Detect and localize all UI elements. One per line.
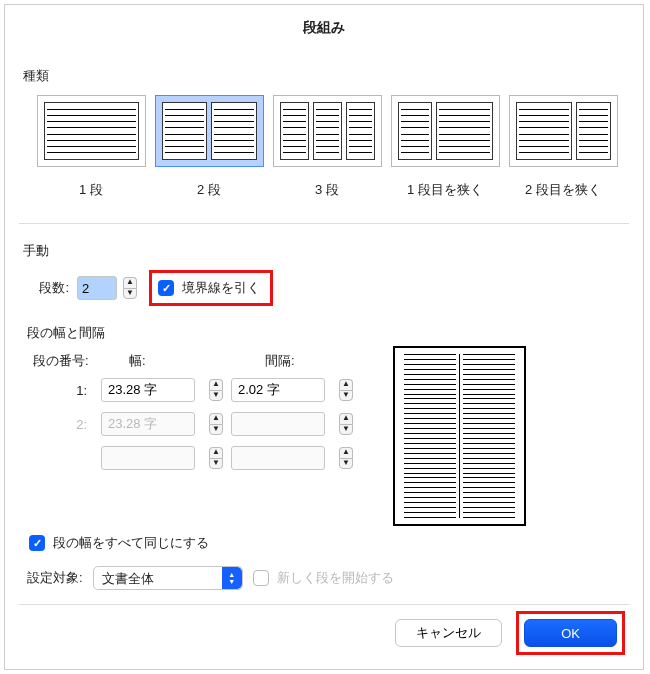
- equal-width-label: 段の幅をすべて同じにする: [53, 534, 209, 552]
- col-num-header: 段の番号:: [33, 352, 111, 370]
- width-spacing-table: 段の番号: 幅: 間隔: 1: ▲▼ ▲▼ 2: ▲▼ ▲▼: [33, 352, 353, 480]
- ok-button[interactable]: OK: [524, 619, 617, 647]
- preset-right-narrow-label: 2 段目を狭く: [525, 181, 601, 199]
- presets-row: 1 段 2 段 3 段 1 段目を狭く: [37, 95, 625, 199]
- divider: [19, 223, 629, 224]
- preset-left-narrow[interactable]: 1 段目を狭く: [391, 95, 499, 199]
- row-number: 1:: [33, 383, 93, 398]
- select-arrows-icon: ▲▼: [222, 567, 242, 589]
- start-new-column-label: 新しく段を開始する: [277, 569, 394, 587]
- width-input-3: [101, 446, 195, 470]
- table-row: 1: ▲▼ ▲▼: [33, 378, 353, 402]
- preset-one-column[interactable]: 1 段: [37, 95, 145, 199]
- columns-dialog: 段組み 種類 1 段 2 段 3 段: [4, 4, 644, 670]
- preset-two-columns-label: 2 段: [197, 181, 221, 199]
- line-between-label: 境界線を引く: [182, 279, 260, 297]
- row-number: 2:: [33, 417, 93, 432]
- width-header: 幅:: [129, 352, 247, 370]
- column-preview: [393, 346, 526, 526]
- apply-to-value: 文書全体: [102, 571, 154, 586]
- column-count-input[interactable]: [77, 276, 117, 300]
- dialog-title: 段組み: [23, 5, 625, 61]
- spacing-input-3: [231, 446, 325, 470]
- table-row: 2: ▲▼ ▲▼: [33, 412, 353, 436]
- preset-left-narrow-thumb: [391, 95, 500, 167]
- apply-to-label: 設定対象:: [27, 569, 83, 587]
- preset-two-columns[interactable]: 2 段: [155, 95, 263, 199]
- preset-right-narrow[interactable]: 2 段目を狭く: [509, 95, 617, 199]
- line-between-checkbox[interactable]: ✓: [158, 280, 174, 296]
- start-new-column-checkbox: [253, 570, 269, 586]
- dialog-footer: キャンセル OK: [395, 611, 625, 655]
- preset-one-column-label: 1 段: [79, 181, 103, 199]
- width-spacing-label: 段の幅と間隔: [27, 324, 625, 342]
- preset-three-columns[interactable]: 3 段: [273, 95, 381, 199]
- column-count-stepper[interactable]: ▲ ▼: [123, 277, 137, 299]
- spacing-1-stepper[interactable]: ▲▼: [339, 379, 353, 401]
- line-between-highlight: ✓ 境界線を引く: [149, 270, 273, 306]
- width-3-stepper: ▲▼: [209, 447, 223, 469]
- preset-three-columns-label: 3 段: [315, 181, 339, 199]
- table-row: ▲▼ ▲▼: [33, 446, 353, 470]
- equal-width-checkbox[interactable]: ✓: [29, 535, 45, 551]
- chevron-up-icon[interactable]: ▲: [123, 277, 137, 288]
- preset-left-narrow-label: 1 段目を狭く: [407, 181, 483, 199]
- spacing-input-2: [231, 412, 325, 436]
- width-1-stepper[interactable]: ▲▼: [209, 379, 223, 401]
- preset-one-column-thumb: [37, 95, 146, 167]
- width-input-1[interactable]: [101, 378, 195, 402]
- manual-section-label: 手動: [23, 242, 625, 260]
- apply-to-select[interactable]: 文書全体 ▲▼: [93, 566, 243, 590]
- width-2-stepper: ▲▼: [209, 413, 223, 435]
- width-input-2: [101, 412, 195, 436]
- spacing-2-stepper: ▲▼: [339, 413, 353, 435]
- chevron-down-icon[interactable]: ▼: [123, 288, 137, 299]
- spacing-header: 間隔:: [265, 352, 325, 370]
- cancel-button[interactable]: キャンセル: [395, 619, 502, 647]
- preset-right-narrow-thumb: [509, 95, 618, 167]
- column-count-label: 段数:: [27, 279, 69, 297]
- preset-two-columns-thumb: [155, 95, 264, 167]
- spacing-3-stepper: ▲▼: [339, 447, 353, 469]
- ok-highlight: OK: [516, 611, 625, 655]
- preset-three-columns-thumb: [273, 95, 382, 167]
- presets-section-label: 種類: [23, 67, 625, 85]
- spacing-input-1[interactable]: [231, 378, 325, 402]
- footer-divider: [19, 604, 629, 605]
